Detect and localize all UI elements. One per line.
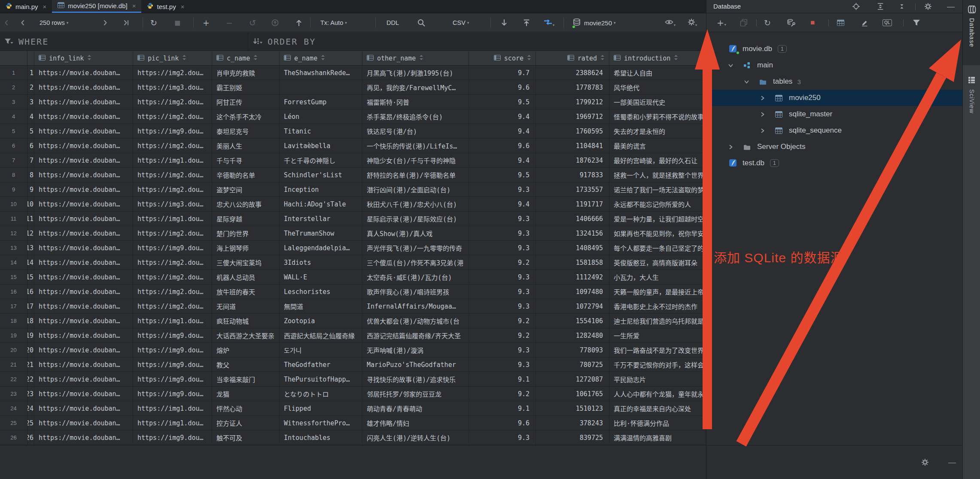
cell-introduction[interactable]: 真正的幸福是来自内心深处 bbox=[609, 401, 706, 415]
cell-pic_link[interactable]: https://img2.dou… bbox=[133, 226, 212, 240]
previous-page-icon[interactable] bbox=[20, 20, 26, 26]
cell-e_name[interactable]: Laleggendadelpia… bbox=[280, 241, 362, 255]
cell-score[interactable]: 9.2 bbox=[469, 255, 536, 270]
cell-c_name[interactable]: 熔炉 bbox=[212, 343, 280, 357]
cell-c_name[interactable]: 怦然心动 bbox=[212, 401, 280, 415]
clipped-cell[interactable]: 13 bbox=[27, 241, 34, 255]
row-number[interactable]: 19 bbox=[0, 328, 27, 343]
cell-pic_link[interactable]: https://img9.dou… bbox=[133, 372, 212, 386]
cell-e_name[interactable]: 3Idiots bbox=[280, 255, 362, 270]
column-header-introduction[interactable]: introduction bbox=[609, 51, 706, 65]
cell-score[interactable]: 9.6 bbox=[469, 80, 536, 94]
sort-icon[interactable] bbox=[253, 55, 258, 62]
cell-rated[interactable]: 1097480 bbox=[536, 285, 609, 299]
filter-icon[interactable] bbox=[913, 19, 920, 26]
cell-c_name[interactable]: 千与千寻 bbox=[212, 153, 280, 167]
row-number[interactable]: 24 bbox=[0, 401, 27, 415]
row-number[interactable]: 9 bbox=[0, 182, 27, 197]
submit-icon[interactable] bbox=[295, 19, 302, 26]
panel-settings-icon[interactable] bbox=[925, 3, 931, 10]
cell-introduction[interactable]: 我们一路奋战不是为了改变世界 bbox=[609, 343, 706, 357]
cell-info_link[interactable]: https://movie.douban… bbox=[34, 430, 133, 445]
reload-icon[interactable]: ↻ bbox=[150, 18, 157, 27]
cell-e_name[interactable] bbox=[280, 80, 362, 94]
cell-e_name[interactable]: WitnessforthePro… bbox=[280, 416, 362, 430]
cell-info_link[interactable]: https://movie.douban… bbox=[34, 343, 133, 357]
cell-info_link[interactable]: https://movie.douban… bbox=[34, 255, 133, 270]
row-number[interactable]: 15 bbox=[0, 270, 27, 284]
cell-pic_link[interactable]: https://img3.dou… bbox=[133, 80, 212, 94]
cell-info_link[interactable]: https://movie.douban… bbox=[34, 299, 133, 313]
cell-score[interactable]: 9.5 bbox=[469, 95, 536, 109]
cell-c_name[interactable]: 肖申克的救赎 bbox=[212, 66, 280, 80]
delete-row-icon[interactable]: − bbox=[226, 18, 233, 27]
cell-score[interactable]: 9.3 bbox=[469, 285, 536, 299]
cell-info_link[interactable]: https://movie.douban… bbox=[34, 95, 133, 109]
cell-score[interactable]: 9.4 bbox=[469, 124, 536, 138]
row-number[interactable]: 20 bbox=[0, 343, 27, 357]
cell-rated[interactable]: 1282480 bbox=[536, 328, 609, 343]
cell-rated[interactable]: 778093 bbox=[536, 343, 609, 357]
tab-movie250[interactable]: movie250 [movie.db] × bbox=[52, 0, 141, 13]
cell-e_name[interactable]: Zootopia bbox=[280, 314, 362, 328]
cell-c_name[interactable]: 辛德勒的名单 bbox=[212, 168, 280, 182]
cell-rated[interactable]: 1191717 bbox=[536, 197, 609, 211]
cell-info_link[interactable]: https://movie.douban… bbox=[34, 182, 133, 197]
cell-e_name[interactable]: TheTrumanShow bbox=[280, 226, 362, 240]
cell-score[interactable]: 9.1 bbox=[469, 401, 536, 415]
clipped-cell[interactable]: 22 bbox=[27, 372, 34, 386]
cell-info_link[interactable]: https://movie.douban… bbox=[34, 358, 133, 372]
cell-pic_link[interactable]: https://img9.dou… bbox=[133, 358, 212, 372]
cell-rated[interactable]: 1104841 bbox=[536, 139, 609, 153]
cell-info_link[interactable]: https://movie.douban… bbox=[34, 401, 133, 415]
cell-introduction[interactable]: 比利·怀德满分作品 bbox=[609, 416, 706, 430]
tree-item-main[interactable]: main bbox=[706, 57, 962, 73]
cell-pic_link[interactable]: https://img9.dou… bbox=[133, 343, 212, 357]
cell-other_name[interactable]: 西游记完结篇仙履奇缘/齐天大圣 bbox=[362, 328, 469, 343]
cell-introduction[interactable]: 诺兰给了我们一场无法盗取的梦 bbox=[609, 182, 706, 197]
cell-other_name[interactable]: 秋田犬八千(港)/忠犬小八(台) bbox=[362, 197, 469, 211]
cell-introduction[interactable]: 最美的谎言 bbox=[609, 139, 706, 153]
cell-introduction[interactable]: 天籁一般的童声，是最接近上帝 bbox=[609, 285, 706, 299]
tree-item-movie-db[interactable]: movie.db1 bbox=[706, 41, 962, 57]
cell-e_name[interactable]: Lavitaèbella bbox=[280, 139, 362, 153]
cell-other_name[interactable]: 太空奇兵·威E(港)/瓦力(台) bbox=[362, 270, 469, 284]
cell-pic_link[interactable]: https://img1.dou… bbox=[133, 153, 212, 167]
clipped-cell[interactable]: 16 bbox=[27, 285, 34, 299]
cell-other_name[interactable]: MarioPuzo'sTheGodfather bbox=[362, 358, 469, 372]
cell-introduction[interactable]: 千万不要记恨你的对手，这样会 bbox=[609, 358, 706, 372]
cell-e_name[interactable]: 도가니 bbox=[280, 343, 362, 357]
cell-other_name[interactable]: 舒特拉的名单(港)/辛德勒名单 bbox=[362, 168, 469, 182]
cell-rated[interactable]: 1760595 bbox=[536, 124, 609, 138]
clipped-cell[interactable]: 4 bbox=[27, 109, 34, 124]
cell-rated[interactable]: 1272087 bbox=[536, 372, 609, 386]
cell-rated[interactable]: 1510123 bbox=[536, 401, 609, 415]
cell-e_name[interactable]: Léon bbox=[280, 109, 362, 124]
cell-c_name[interactable]: 楚门的世界 bbox=[212, 226, 280, 240]
cell-pic_link[interactable]: https://img2.dou… bbox=[133, 270, 212, 284]
clipped-cell[interactable]: 25 bbox=[27, 416, 34, 430]
row-number[interactable]: 23 bbox=[0, 387, 27, 401]
page-size-dropdown[interactable]: 250 rows▾ bbox=[40, 19, 68, 26]
cell-e_name[interactable]: Leschoristes bbox=[280, 285, 362, 299]
cell-c_name[interactable]: 龙猫 bbox=[212, 387, 280, 401]
cell-e_name[interactable]: ThePursuitofHapp… bbox=[280, 372, 362, 386]
cell-c_name[interactable]: 星际穿越 bbox=[212, 212, 280, 226]
cell-rated[interactable]: 1876234 bbox=[536, 153, 609, 167]
row-number[interactable]: 13 bbox=[0, 241, 27, 255]
cell-other_name[interactable]: 星际启示录(港)/星际效应(台) bbox=[362, 212, 469, 226]
cell-c_name[interactable]: 忠犬八公的故事 bbox=[212, 197, 280, 211]
cell-info_link[interactable]: https://movie.douban… bbox=[34, 328, 133, 343]
cell-score[interactable]: 9.6 bbox=[469, 416, 536, 430]
import-data-icon[interactable] bbox=[523, 19, 530, 26]
cell-pic_link[interactable]: https://img2.dou… bbox=[133, 299, 212, 313]
last-page-icon[interactable] bbox=[123, 20, 130, 26]
tree-item-sqlite-master[interactable]: sqlite_master bbox=[706, 106, 962, 122]
where-filter[interactable]: WHERE bbox=[0, 33, 248, 50]
cell-info_link[interactable]: https://movie.douban… bbox=[34, 212, 133, 226]
cell-other_name[interactable]: 声光伴我飞(港)/一九零零的传奇 bbox=[362, 241, 469, 255]
cell-rated[interactable]: 1581858 bbox=[536, 255, 609, 270]
datasource-properties-icon[interactable] bbox=[787, 19, 795, 27]
settings-icon[interactable]: ▾ bbox=[688, 18, 697, 27]
cell-score[interactable]: 9.3 bbox=[469, 430, 536, 445]
